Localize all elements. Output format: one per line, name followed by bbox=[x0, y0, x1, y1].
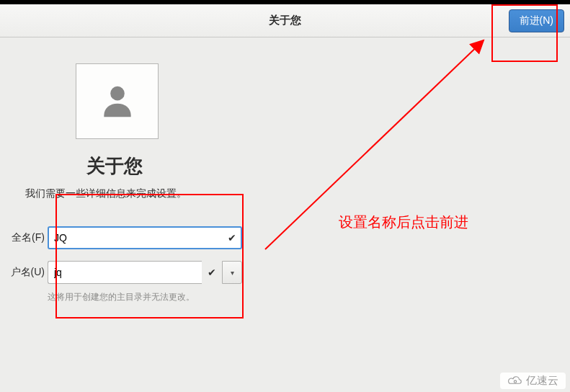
content-area: 关于您 我们需要一些详细信息来完成设置。 全名(F) ✔ 户名(U) ✔ ▾ 这… bbox=[0, 37, 570, 303]
username-dropdown-button[interactable]: ▾ bbox=[222, 261, 242, 284]
fullname-row: 全名(F) ✔ bbox=[0, 226, 570, 249]
annotation-text: 设置名称后点击前进 bbox=[339, 213, 468, 232]
user-icon bbox=[97, 80, 138, 123]
avatar-picker[interactable] bbox=[76, 63, 159, 139]
username-row: 户名(U) ✔ ▾ bbox=[0, 261, 570, 284]
username-hint: 这将用于创建您的主目录并无法更改。 bbox=[48, 291, 570, 303]
username-combo: ✔ ▾ bbox=[48, 261, 242, 284]
section-subtitle: 我们需要一些详细信息来完成设置。 bbox=[25, 187, 570, 200]
check-icon: ✔ bbox=[228, 232, 236, 244]
watermark: 亿速云 bbox=[500, 373, 566, 389]
cloud-icon bbox=[507, 375, 523, 387]
next-button[interactable]: 前进(N) bbox=[509, 9, 564, 32]
fullname-label: 全名(F) bbox=[0, 231, 45, 244]
chevron-down-icon: ▾ bbox=[231, 269, 234, 277]
section-title: 关于您 bbox=[86, 153, 570, 179]
svg-point-2 bbox=[514, 380, 516, 382]
check-icon: ✔ bbox=[208, 267, 216, 278]
header-bar: 关于您 前进(N) bbox=[0, 4, 570, 37]
svg-point-0 bbox=[110, 86, 125, 100]
username-label: 户名(U) bbox=[0, 266, 45, 279]
fullname-input[interactable] bbox=[48, 226, 242, 249]
header-title: 关于您 bbox=[269, 14, 301, 27]
fullname-input-wrap: ✔ bbox=[48, 226, 242, 249]
watermark-text: 亿速云 bbox=[526, 374, 558, 388]
username-input[interactable] bbox=[48, 261, 202, 284]
